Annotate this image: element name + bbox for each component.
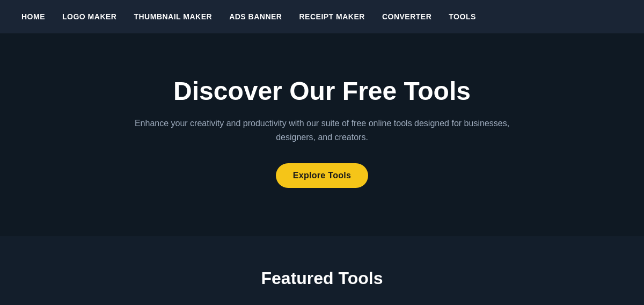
nav-link-thumbnail-maker[interactable]: THUMBNAIL MAKER: [134, 12, 212, 21]
nav-item-logo-maker[interactable]: LOGO MAKER: [62, 12, 116, 21]
nav-link-tools[interactable]: TOOLS: [449, 12, 475, 21]
nav-item-receipt-maker[interactable]: RECEIPT MAKER: [299, 12, 364, 21]
nav-item-converter[interactable]: CONVERTER: [382, 12, 431, 21]
nav-link-logo-maker[interactable]: LOGO MAKER: [62, 12, 116, 21]
featured-section: Featured Tools Logo Maker Create stunnin…: [0, 236, 644, 305]
nav-link-home[interactable]: HOME: [21, 12, 45, 21]
nav-link-converter[interactable]: CONVERTER: [382, 12, 431, 21]
nav-link-receipt-maker[interactable]: RECEIPT MAKER: [299, 12, 364, 21]
featured-section-title: Featured Tools: [32, 268, 612, 288]
nav-item-home[interactable]: HOME: [21, 12, 45, 21]
nav-item-ads-banner[interactable]: ADS BANNER: [229, 12, 282, 21]
explore-tools-button[interactable]: Explore Tools: [276, 163, 369, 188]
hero-title: Discover Our Free Tools: [21, 76, 623, 106]
nav-item-tools[interactable]: TOOLS: [449, 12, 475, 21]
main-nav: HOME LOGO MAKER THUMBNAIL MAKER ADS BANN…: [0, 0, 644, 33]
nav-link-ads-banner[interactable]: ADS BANNER: [229, 12, 282, 21]
hero-subtitle: Enhance your creativity and productivity…: [134, 117, 510, 144]
nav-items-list: HOME LOGO MAKER THUMBNAIL MAKER ADS BANN…: [21, 12, 476, 21]
nav-item-thumbnail-maker[interactable]: THUMBNAIL MAKER: [134, 12, 212, 21]
hero-section: Discover Our Free Tools Enhance your cre…: [0, 33, 644, 236]
